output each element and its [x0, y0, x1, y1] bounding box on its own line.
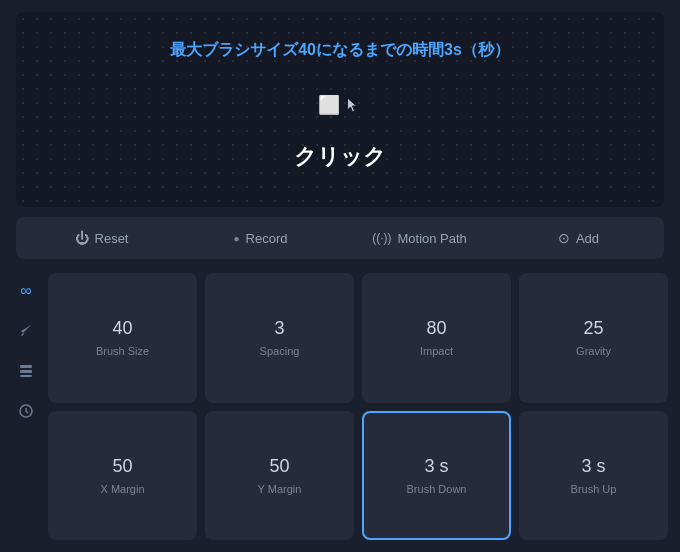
grid-cell-x-margin[interactable]: 50 X Margin: [48, 411, 197, 541]
toolbar: ⏻ Reset ● Record ((·)) Motion Path ⊙ Add: [16, 217, 664, 259]
sidebar-icon-layers[interactable]: [12, 357, 40, 385]
spacing-value: 3: [274, 318, 284, 339]
grid-cell-gravity[interactable]: 25 Gravity: [519, 273, 668, 403]
x-margin-value: 50: [112, 456, 132, 477]
record-label: Record: [246, 231, 288, 246]
main-container: 最大ブラシサイズ40になるまでの時間3s（秒） ⬜ クリック ⏻ Reset ●…: [0, 0, 680, 552]
reset-label: Reset: [95, 231, 129, 246]
cursor-icon: ⬜: [318, 94, 361, 116]
sidebar-icon-infinity[interactable]: ∞: [12, 277, 40, 305]
grid-cell-y-margin[interactable]: 50 Y Margin: [205, 411, 354, 541]
y-margin-label: Y Margin: [258, 483, 302, 495]
grid-cell-brush-size[interactable]: 40 Brush Size: [48, 273, 197, 403]
grid-cell-brush-up[interactable]: 3 s Brush Up: [519, 411, 668, 541]
brush-down-value: 3 s: [424, 456, 448, 477]
motion-path-label: Motion Path: [397, 231, 466, 246]
reset-button[interactable]: ⏻ Reset: [24, 223, 179, 253]
y-margin-value: 50: [269, 456, 289, 477]
motion-path-icon: ((·)): [372, 231, 391, 245]
record-button[interactable]: ● Record: [183, 224, 338, 253]
grid-container: 40 Brush Size 3 Spacing 80 Impact 25 Gra…: [44, 269, 672, 544]
preview-click-text: クリック: [294, 142, 386, 172]
grid-cell-impact[interactable]: 80 Impact: [362, 273, 511, 403]
record-icon: ●: [234, 233, 240, 244]
sidebar: ∞: [8, 269, 44, 544]
grid-cell-spacing[interactable]: 3 Spacing: [205, 273, 354, 403]
brush-up-label: Brush Up: [571, 483, 617, 495]
svg-rect-0: [20, 365, 32, 368]
impact-label: Impact: [420, 345, 453, 357]
sidebar-icon-clock[interactable]: [12, 397, 40, 425]
spacing-label: Spacing: [260, 345, 300, 357]
sidebar-icon-brush[interactable]: [12, 317, 40, 345]
brush-size-label: Brush Size: [96, 345, 149, 357]
brush-size-value: 40: [112, 318, 132, 339]
add-label: Add: [576, 231, 599, 246]
gravity-label: Gravity: [576, 345, 611, 357]
x-margin-label: X Margin: [100, 483, 144, 495]
add-icon: ⊙: [558, 230, 570, 246]
reset-icon: ⏻: [75, 230, 89, 246]
preview-area[interactable]: 最大ブラシサイズ40になるまでの時間3s（秒） ⬜ クリック: [16, 12, 664, 207]
motion-path-button[interactable]: ((·)) Motion Path: [342, 224, 497, 253]
add-button[interactable]: ⊙ Add: [501, 223, 656, 253]
gravity-value: 25: [583, 318, 603, 339]
brush-down-label: Brush Down: [407, 483, 467, 495]
svg-rect-1: [20, 370, 32, 373]
svg-rect-2: [20, 375, 32, 377]
preview-top-text: 最大ブラシサイズ40になるまでの時間3s（秒）: [170, 40, 510, 61]
brush-up-value: 3 s: [581, 456, 605, 477]
impact-value: 80: [426, 318, 446, 339]
grid-cell-brush-down[interactable]: 3 s Brush Down: [362, 411, 511, 541]
content-area: ∞: [0, 269, 680, 552]
